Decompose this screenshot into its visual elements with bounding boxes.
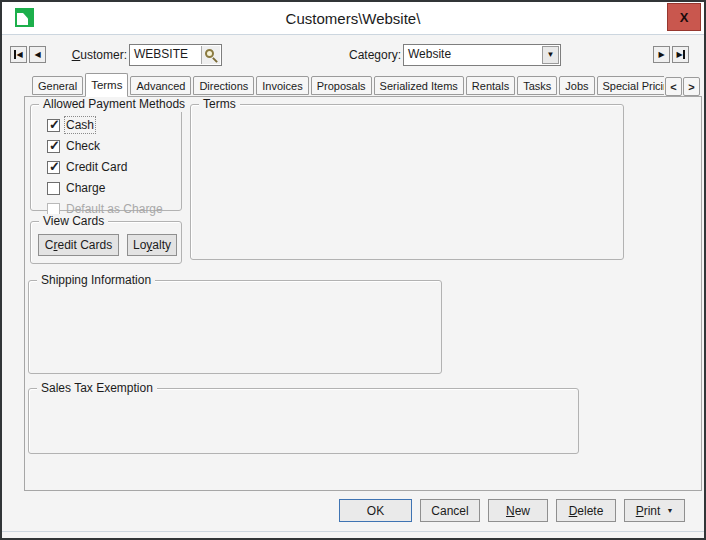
category-dropdown-button[interactable]: ▼ (542, 46, 559, 64)
check-icon: ✓ (49, 117, 60, 132)
payment-method-row: Charge (47, 180, 105, 196)
checkbox-credit-card[interactable]: ✓ (47, 161, 60, 174)
print-label: Print (636, 504, 661, 518)
checkbox-label: Cash (66, 118, 94, 132)
tab-special-pricing[interactable]: Special Pricing (597, 76, 664, 95)
customer-label: Customer: (57, 48, 127, 63)
customer-input[interactable]: WEBSITE (129, 44, 222, 66)
tab-advanced[interactable]: Advanced (130, 76, 191, 95)
checkbox-charge[interactable] (47, 182, 60, 195)
chevron-down-icon: ▼ (666, 507, 673, 514)
new-button[interactable]: New (488, 499, 548, 522)
customer-lookup-button[interactable] (201, 46, 220, 64)
tab-serialized-items[interactable]: Serialized Items (374, 76, 464, 95)
terms-group: Terms (190, 104, 624, 260)
checkbox-label: Credit Card (66, 160, 127, 174)
view-cards-group: View Cards Credit Cards Loyalty (30, 221, 182, 264)
view-cards-title: View Cards (39, 214, 108, 229)
shipping-information-title: Shipping Information (37, 273, 155, 288)
previous-record-icon: ◀ (34, 51, 40, 59)
chevron-down-icon: ▼ (547, 51, 555, 59)
title-bar: Customers\Website\ X (2, 2, 704, 35)
loyalty-button[interactable]: Loyalty (127, 234, 177, 256)
tab-invoices[interactable]: Invoices (256, 76, 308, 95)
tab-scroll-right-button[interactable]: > (683, 77, 700, 96)
window-title: Customers\Website\ (2, 10, 704, 27)
category-select[interactable]: Website ▼ (403, 44, 561, 66)
tab-proposals[interactable]: Proposals (311, 76, 372, 95)
next-record-icon: ▶ (658, 51, 664, 59)
payment-method-row: ✓Cash (47, 117, 94, 133)
cancel-button[interactable]: Cancel (420, 499, 480, 522)
checkbox-label: Check (66, 139, 100, 153)
sales-tax-exemption-title: Sales Tax Exemption (37, 381, 157, 396)
footer-divider (2, 531, 704, 532)
last-record-button[interactable]: ▶ (672, 46, 689, 63)
allowed-payment-methods-title: Allowed Payment Methods (39, 97, 189, 112)
sales-tax-exemption-group: Sales Tax Exemption (28, 388, 579, 454)
tab-rentals[interactable]: Rentals (466, 76, 515, 95)
checkbox-label: Charge (66, 181, 105, 195)
tab-scroll-left-button[interactable]: < (665, 77, 682, 96)
category-value: Website (408, 47, 451, 62)
tab-terms[interactable]: Terms (85, 73, 128, 97)
previous-record-button[interactable]: ◀ (29, 46, 46, 63)
first-record-button[interactable]: ◀ (10, 46, 27, 63)
check-icon: ✓ (49, 159, 60, 174)
category-label: Category: (347, 48, 401, 63)
tab-jobs[interactable]: Jobs (559, 76, 594, 95)
payment-method-row: ✓Check (47, 138, 100, 154)
last-record-icon (683, 50, 685, 59)
terms-title: Terms (199, 97, 240, 112)
check-icon: ✓ (49, 138, 60, 153)
next-record-button[interactable]: ▶ (653, 46, 670, 63)
delete-button[interactable]: Delete (556, 499, 616, 522)
checkbox-check[interactable]: ✓ (47, 140, 60, 153)
print-button[interactable]: Print ▼ (624, 499, 685, 522)
payment-method-row: ✓Credit Card (47, 159, 127, 175)
tab-directions[interactable]: Directions (193, 76, 254, 95)
tab-tasks[interactable]: Tasks (517, 76, 557, 95)
shipping-information-group: Shipping Information (28, 280, 442, 374)
ok-button[interactable]: OK (339, 499, 412, 522)
search-icon (205, 49, 218, 62)
credit-cards-button[interactable]: Credit Cards (38, 234, 119, 256)
customer-value: WEBSITE (134, 47, 188, 62)
allowed-payment-methods-group: Allowed Payment Methods ✓Cash✓Check✓Cred… (30, 104, 182, 211)
first-record-icon: ◀ (16, 51, 22, 59)
customers-dialog: Customers\Website\ X ◀ ◀ ▶ ▶ Customer: W… (0, 0, 706, 540)
tab-bar: GeneralTermsAdvancedDirectionsInvoicesPr… (32, 72, 664, 97)
checkbox-cash[interactable]: ✓ (47, 119, 60, 132)
tab-general[interactable]: General (32, 76, 83, 95)
close-button[interactable]: X (667, 3, 701, 31)
